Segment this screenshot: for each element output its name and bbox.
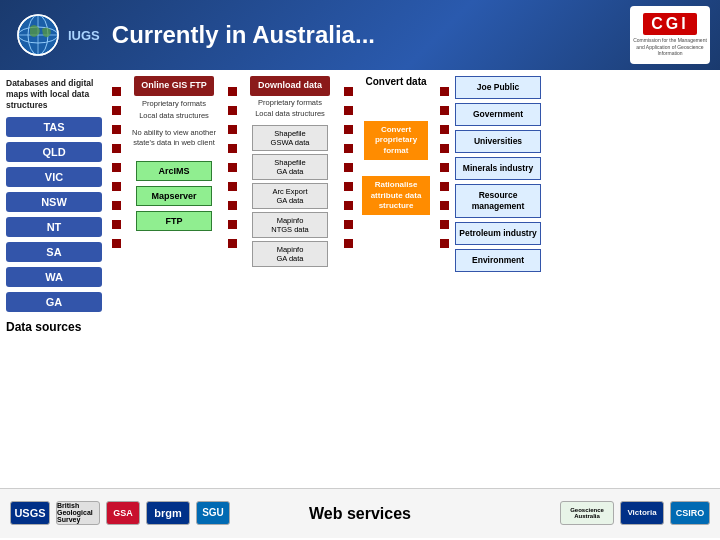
dot (112, 163, 121, 172)
convert-items: Convert proprietary format Rationalise a… (362, 121, 430, 215)
state-sa: SA (6, 242, 102, 262)
dot (440, 106, 449, 115)
online-gis-header: Online GIS FTP (134, 76, 214, 96)
footer-logos-right: Geoscience Australia Victoria CSIRO (441, 501, 710, 527)
dot (112, 144, 121, 153)
dot (440, 125, 449, 134)
mapserver-box: Mapserver (136, 186, 212, 206)
convert-data-header: Convert data (365, 76, 426, 87)
arc-export-ga: Arc Export GA data (252, 183, 328, 209)
shapefile-gswa: Shapefile GSWA data (252, 125, 328, 151)
sgu-logo: SGU (196, 501, 230, 525)
footer-logos-left: USGS British Geological Survey GSA brgm … (10, 501, 279, 527)
dot (112, 239, 121, 248)
outcome-environment: Environment (455, 249, 541, 272)
dot (440, 220, 449, 229)
outcome-joe-public: Joe Public (455, 76, 541, 99)
state-ga: GA (6, 292, 102, 312)
dot (228, 163, 237, 172)
dot (440, 163, 449, 172)
dot (228, 201, 237, 210)
dot (344, 87, 353, 96)
mapinfo-ga: Mapinfo GA data (252, 241, 328, 267)
dots-separator-2 (224, 70, 240, 488)
rationalise-box: Rationalise attribute data structure (362, 176, 430, 215)
dot (228, 125, 237, 134)
dot (344, 106, 353, 115)
state-nt: NT (6, 217, 102, 237)
dot (228, 220, 237, 229)
state-tas: TAS (6, 117, 102, 137)
dots-separator-3 (340, 70, 356, 488)
dot (112, 220, 121, 229)
state-qld: QLD (6, 142, 102, 162)
states-list: TAS QLD VIC NSW NT SA WA GA (6, 117, 102, 312)
cgi-logo-sublabel: Commission for the Management and Applic… (631, 37, 709, 57)
iugs-label: IUGS (68, 28, 100, 43)
cgi-logo-text: CGI (643, 13, 696, 35)
victoria-logo: Victoria (620, 501, 664, 525)
iugs-logo: IUGS (16, 13, 100, 57)
page-title: Currently in Australia... (112, 21, 704, 49)
outcome-government: Government (455, 103, 541, 126)
dot (344, 182, 353, 191)
bgs-logo: British Geological Survey (56, 501, 100, 525)
dot (440, 144, 449, 153)
online-tools: ArcIMS Mapserver FTP (136, 161, 212, 231)
csiro-logo: CSIRO (670, 501, 710, 525)
dot (228, 239, 237, 248)
ftp-box: FTP (136, 211, 212, 231)
download-data-items: Shapefile GSWA data Shapefile GA data Ar… (252, 125, 328, 267)
dot (440, 87, 449, 96)
arcims-box: ArcIMS (136, 161, 212, 181)
dot (344, 239, 353, 248)
download-data-header: Download data (250, 76, 330, 96)
online-no-ability: No ability to view another state's data … (128, 128, 220, 148)
outcome-universities: Universities (455, 130, 541, 153)
dot (228, 182, 237, 191)
outcomes-column: Joe Public Government Universities Miner… (452, 70, 544, 488)
header: IUGS Currently in Australia... CGI Commi… (0, 0, 720, 70)
gsa-logo: GSA (106, 501, 140, 525)
state-vic: VIC (6, 167, 102, 187)
dots-separator-1 (108, 70, 124, 488)
data-sources-label: Data sources (6, 320, 102, 334)
dot (228, 106, 237, 115)
outcome-resource: Resource management (455, 184, 541, 218)
dot (228, 87, 237, 96)
dot (344, 201, 353, 210)
cgi-logo: CGI Commission for the Management and Ap… (630, 6, 710, 64)
online-gis-column: Online GIS FTP Proprietary formats Local… (124, 70, 224, 488)
mapinfo-ntgs: Mapinfo NTGS data (252, 212, 328, 238)
dot (112, 106, 121, 115)
online-local-structures: Local data structures (139, 111, 209, 121)
download-data-column: Download data Proprietary formats Local … (240, 70, 340, 488)
online-prop-formats: Proprietary formats (142, 99, 206, 109)
main-content: Databases and digital maps with local da… (0, 70, 720, 488)
convert-data-column: Convert data Convert proprietary format … (356, 70, 436, 488)
globe-icon (16, 13, 60, 57)
convert-prop-box: Convert proprietary format (364, 121, 428, 160)
dot (112, 87, 121, 96)
shapefile-ga: Shapefile GA data (252, 154, 328, 180)
brgm-logo: brgm (146, 501, 190, 525)
state-wa: WA (6, 267, 102, 287)
outcome-minerals: Minerals industry (455, 157, 541, 180)
dot (344, 220, 353, 229)
dot (344, 125, 353, 134)
dots-separator-4 (436, 70, 452, 488)
dot (344, 144, 353, 153)
dot (344, 163, 353, 172)
states-column: Databases and digital maps with local da… (0, 70, 108, 488)
dot (112, 182, 121, 191)
footer-content: USGS British Geological Survey GSA brgm … (10, 501, 710, 527)
footer: USGS British Geological Survey GSA brgm … (0, 488, 720, 538)
state-nsw: NSW (6, 192, 102, 212)
dot (112, 201, 121, 210)
states-col-title: Databases and digital maps with local da… (6, 78, 102, 111)
dot (440, 239, 449, 248)
dot (440, 182, 449, 191)
usgs-logo: USGS (10, 501, 50, 525)
outcome-petroleum: Petroleum industry (455, 222, 541, 245)
download-local-structures: Local data structures (255, 109, 325, 119)
